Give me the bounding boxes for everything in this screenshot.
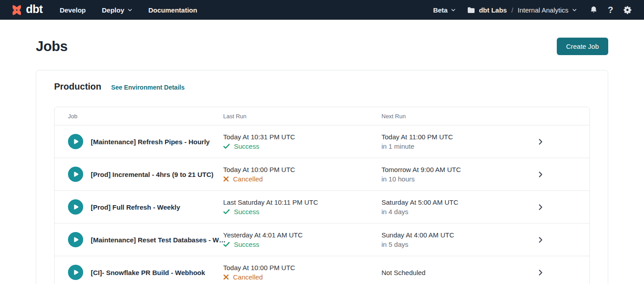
nav-item-documentation[interactable]: Documentation — [148, 6, 197, 14]
nav-item-deploy[interactable]: Deploy — [102, 6, 132, 14]
row-actions-cell — [500, 171, 589, 178]
next-run-relative: in 10 hours — [381, 175, 500, 183]
success-check-icon — [223, 143, 230, 150]
last-run-time: Yesterday At 4:01 AM UTC — [223, 231, 381, 239]
project-name: Internal Analytics — [518, 6, 568, 14]
job-cell: [Maintenance] Refresh Pipes - Hourly — [55, 134, 223, 149]
next-run-time: Sunday At 4:00 AM UTC — [381, 231, 500, 239]
next-run-time: Tomorrow At 9:00 AM UTC — [381, 166, 500, 173]
nav-item-documentation-label: Documentation — [148, 6, 197, 14]
job-cell: [Prod] Full Refresh - Weekly — [55, 199, 223, 215]
settings-gear-icon[interactable] — [623, 5, 632, 15]
chevron-down-icon — [127, 8, 132, 13]
last-run-time: Today At 10:00 PM UTC — [223, 166, 381, 173]
next-run-time: Today At 11:00 PM UTC — [381, 133, 500, 141]
cancelled-x-icon — [223, 274, 229, 280]
environment-header: Production See Environment Details — [54, 82, 590, 92]
last-run-status: Cancelled — [223, 273, 381, 281]
last-run-time: Today At 10:00 PM UTC — [223, 264, 381, 271]
chevron-down-icon — [572, 8, 577, 13]
table-row[interactable]: [Prod] Incremental - 4hrs (9 to 21 UTC) … — [55, 158, 589, 190]
folder-icon — [467, 6, 475, 13]
job-name: [Maintenance] Refresh Pipes - Hourly — [91, 138, 210, 146]
primary-nav: Develop Deploy Documentation — [59, 6, 197, 14]
last-run-cell: Today At 10:00 PM UTC Cancelled — [223, 264, 381, 281]
chevron-right-icon[interactable] — [537, 237, 544, 243]
job-cell: [Maintenance] Reset Test Databases - W… — [55, 232, 223, 247]
dbt-logo[interactable]: dbt — [11, 4, 42, 16]
environment-card: Production See Environment Details Job L… — [36, 70, 608, 284]
last-run-status: Cancelled — [223, 175, 381, 183]
help-icon[interactable]: ? — [606, 5, 615, 15]
next-run-cell: Sunday At 4:00 AM UTC in 5 days — [381, 231, 500, 248]
top-navigation: dbt Develop Deploy Documentation Beta db… — [0, 0, 644, 20]
last-run-status: Success — [223, 241, 381, 248]
nav-item-develop-label: Develop — [59, 6, 85, 14]
table-row[interactable]: [Maintenance] Refresh Pipes - Hourly Tod… — [55, 125, 589, 158]
chevron-down-icon — [451, 8, 456, 13]
next-run-cell: Tomorrow At 9:00 AM UTC in 10 hours — [381, 166, 500, 183]
create-job-button[interactable]: Create Job — [557, 38, 608, 55]
dbt-logo-mark-icon — [11, 4, 23, 16]
next-run-relative: in 1 minute — [381, 142, 500, 150]
row-actions-cell — [500, 138, 589, 145]
run-job-play-button[interactable] — [68, 232, 83, 247]
job-name: [CI]- Snowflake PR Build - Webhook — [91, 269, 205, 276]
job-cell: [Prod] Incremental - 4hrs (9 to 21 UTC) — [55, 167, 223, 182]
cancelled-x-icon — [223, 176, 229, 182]
chevron-right-icon[interactable] — [537, 204, 544, 211]
last-run-cell: Last Saturday At 10:11 PM UTC Success — [223, 198, 381, 215]
environment-name: Production — [54, 82, 102, 92]
last-run-status-label: Cancelled — [233, 175, 263, 183]
row-actions-cell — [500, 237, 589, 243]
last-run-status-label: Success — [234, 208, 259, 215]
run-job-play-button[interactable] — [68, 134, 83, 149]
next-run-cell: Not Scheduled — [381, 269, 500, 276]
last-run-time: Last Saturday At 10:11 PM UTC — [223, 198, 381, 206]
next-run-cell: Today At 11:00 PM UTC in 1 minute — [381, 133, 500, 150]
success-check-icon — [223, 241, 230, 248]
beta-dropdown[interactable]: Beta — [433, 6, 456, 14]
next-run-relative: in 5 days — [381, 241, 500, 248]
page-title: Jobs — [36, 39, 68, 55]
chevron-right-icon[interactable] — [537, 269, 544, 276]
project-switcher[interactable]: dbt Labs / Internal Analytics — [467, 6, 577, 14]
nav-right-section: Beta dbt Labs / Internal Analytics ? — [433, 5, 632, 15]
notifications-bell-icon[interactable] — [589, 5, 598, 15]
job-cell: [CI]- Snowflake PR Build - Webhook — [55, 265, 223, 280]
chevron-right-icon[interactable] — [537, 138, 544, 145]
table-row[interactable]: [Maintenance] Reset Test Databases - W… … — [55, 223, 589, 256]
jobs-table-header: Job Last Run Next Run — [55, 107, 589, 125]
jobs-table-body: [Maintenance] Refresh Pipes - Hourly Tod… — [55, 125, 589, 284]
column-header-last-run: Last Run — [223, 113, 381, 120]
chevron-right-icon[interactable] — [537, 171, 544, 178]
success-check-icon — [223, 208, 230, 215]
run-job-play-button[interactable] — [68, 265, 83, 280]
see-environment-details-link[interactable]: See Environment Details — [111, 84, 185, 91]
last-run-status-label: Success — [234, 241, 259, 248]
last-run-status-label: Cancelled — [233, 273, 263, 281]
job-name: [Maintenance] Reset Test Databases - W… — [91, 236, 225, 244]
job-name: [Prod] Full Refresh - Weekly — [91, 203, 180, 211]
job-name: [Prod] Incremental - 4hrs (9 to 21 UTC) — [91, 171, 213, 178]
next-run-relative: in 4 days — [381, 208, 500, 215]
table-row[interactable]: [Prod] Full Refresh - Weekly Last Saturd… — [55, 190, 589, 223]
last-run-status: Success — [223, 142, 381, 150]
nav-item-deploy-label: Deploy — [102, 6, 124, 14]
account-name: dbt Labs — [479, 6, 507, 14]
next-run-time: Saturday At 5:00 AM UTC — [381, 198, 500, 206]
run-job-play-button[interactable] — [68, 199, 83, 215]
row-actions-cell — [500, 269, 589, 276]
nav-item-develop[interactable]: Develop — [59, 6, 85, 14]
next-run-time: Not Scheduled — [381, 269, 500, 276]
row-actions-cell — [500, 204, 589, 211]
column-header-next-run: Next Run — [381, 113, 500, 120]
utility-icons: ? — [589, 5, 632, 15]
last-run-status-label: Success — [234, 142, 259, 150]
last-run-status: Success — [223, 208, 381, 215]
page-content: Jobs Create Job Production See Environme… — [0, 38, 644, 284]
next-run-cell: Saturday At 5:00 AM UTC in 4 days — [381, 198, 500, 215]
last-run-time: Today At 10:31 PM UTC — [223, 133, 381, 141]
run-job-play-button[interactable] — [68, 167, 83, 182]
table-row[interactable]: [CI]- Snowflake PR Build - Webhook Today… — [55, 256, 589, 284]
